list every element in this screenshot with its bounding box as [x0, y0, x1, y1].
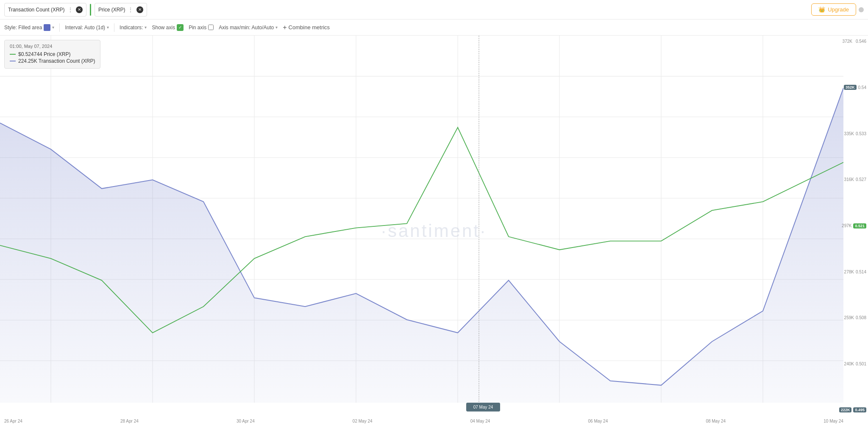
interval-label: Interval: Auto (1d) [65, 25, 105, 31]
bottom-label-30apr: 30 Apr 24 [236, 419, 255, 423]
axis-label-0501: 0.501 [856, 362, 866, 366]
metric-tab-price[interactable]: Price (XRP) ⋮ ✕ [95, 3, 147, 17]
axis-label-278k: 278K [844, 270, 854, 274]
status-indicator [859, 7, 864, 12]
axis-label-259k: 259K [844, 315, 854, 320]
combine-metrics-button[interactable]: + Combine metrics [283, 24, 330, 31]
axis-label-372k: 372K [843, 39, 852, 44]
date-badge-text: 07 May 24 [473, 405, 493, 409]
axis-badge-222k: 222K [839, 407, 852, 412]
show-axis-label: Show axis [152, 25, 175, 31]
axis-label-335k: 335K [844, 131, 854, 136]
bottom-label-28apr: 28 Apr 24 [120, 419, 139, 423]
bottom-label-02may: 02 May 24 [353, 419, 373, 423]
price-dots-icon[interactable]: ⋮ [128, 6, 134, 13]
bottom-label-06may: 06 May 24 [588, 419, 608, 423]
top-bar: Transaction Count (XRP) ⋮ ✕ Price (XRP) … [0, 0, 868, 19]
toolbar-divider-2 [114, 23, 114, 32]
style-selector[interactable]: Style: Filled area ▾ [4, 24, 54, 31]
tooltip-tx-value: 224.25K Transaction Count (XRP) [18, 58, 95, 64]
style-label: Style: Filled area [4, 25, 42, 31]
bottom-axis: 26 Apr 24 28 Apr 24 30 Apr 24 02 May 24 … [0, 416, 843, 426]
tooltip-box: 01:00, May 07, 2024 $0.524744 Price (XRP… [4, 40, 100, 69]
axis-label-316k: 316K [844, 177, 854, 182]
show-axis-toggle[interactable]: Show axis ✓ [152, 24, 184, 31]
tooltip-price-value: $0.524744 Price (XRP) [18, 51, 70, 57]
axis-badge-0495: 0.495 [853, 407, 866, 412]
pin-axis-checkbox[interactable] [208, 25, 214, 30]
tx-dots-icon[interactable]: ⋮ [67, 6, 74, 13]
axis-label-0514: 0.514 [856, 270, 866, 274]
axis-badge-352k: 352K [844, 85, 857, 90]
pin-axis-label: Pin axis [189, 25, 206, 31]
show-axis-checkbox[interactable]: ✓ [177, 24, 184, 31]
price-close-button[interactable]: ✕ [136, 6, 143, 13]
bottom-label-10may: 10 May 24 [823, 419, 843, 423]
axis-badge-0521: 0.521 [853, 223, 866, 228]
style-color-swatch[interactable] [44, 24, 50, 31]
price-line-indicator [10, 54, 16, 55]
toolbar: Style: Filled area ▾ Interval: Auto (1d)… [0, 19, 868, 36]
indicators-caret-icon: ▾ [145, 25, 147, 30]
indicators-selector[interactable]: Indicators: ▾ [120, 25, 147, 31]
axis-maxmin-selector[interactable]: Axis max/min: Auto/Auto ▾ [219, 25, 278, 31]
axis-label-297k: 297K [842, 223, 851, 228]
metric-tab-tx[interactable]: Transaction Count (XRP) ⋮ ✕ [4, 3, 86, 17]
axis-label-0546: 0.546 [856, 39, 866, 44]
plus-icon: + [283, 24, 287, 31]
bottom-label-26apr: 26 Apr 24 [4, 419, 22, 423]
price-tab-label: Price (XRP) [98, 7, 125, 13]
tx-line-indicator [10, 61, 16, 61]
pin-axis-toggle[interactable]: Pin axis [189, 25, 214, 31]
tab-divider [90, 4, 91, 16]
bottom-label-08may: 08 May 24 [706, 419, 726, 423]
axis-label-0508: 0.508 [856, 315, 866, 320]
style-caret-icon: ▾ [52, 25, 54, 30]
crown-icon: 👑 [818, 6, 825, 13]
tooltip-tx-row: 224.25K Transaction Count (XRP) [10, 58, 95, 64]
tx-close-button[interactable]: ✕ [76, 6, 83, 13]
axis-label-0527: 0.527 [856, 177, 866, 182]
indicators-label: Indicators: [120, 25, 143, 31]
interval-selector[interactable]: Interval: Auto (1d) ▾ [65, 25, 109, 31]
tooltip-date: 01:00, May 07, 2024 [10, 44, 95, 49]
axis-label-054: 0.54 [858, 85, 866, 90]
axis-maxmin-caret-icon: ▾ [275, 25, 278, 30]
interval-caret-icon: ▾ [107, 25, 109, 30]
axis-label-0533: 0.533 [856, 131, 866, 136]
toolbar-divider-1 [59, 23, 60, 32]
chart-svg: 07 May 24 [0, 36, 843, 416]
bottom-label-04may: 04 May 24 [470, 419, 490, 423]
blue-area [0, 88, 843, 403]
right-axis: 372K 0.546 352K 0.54 335K 0.533 316K 0.5… [843, 36, 868, 416]
axis-label-240k: 240K [844, 362, 854, 366]
tx-tab-label: Transaction Count (XRP) [8, 7, 65, 13]
chart-container: 07 May 24 ·santiment· 01:00, May 07, 202… [0, 36, 868, 426]
axis-maxmin-label: Axis max/min: Auto/Auto [219, 25, 274, 31]
tooltip-price-row: $0.524744 Price (XRP) [10, 51, 95, 57]
combine-metrics-label: Combine metrics [289, 24, 330, 31]
upgrade-button[interactable]: 👑 Upgrade [811, 3, 856, 16]
